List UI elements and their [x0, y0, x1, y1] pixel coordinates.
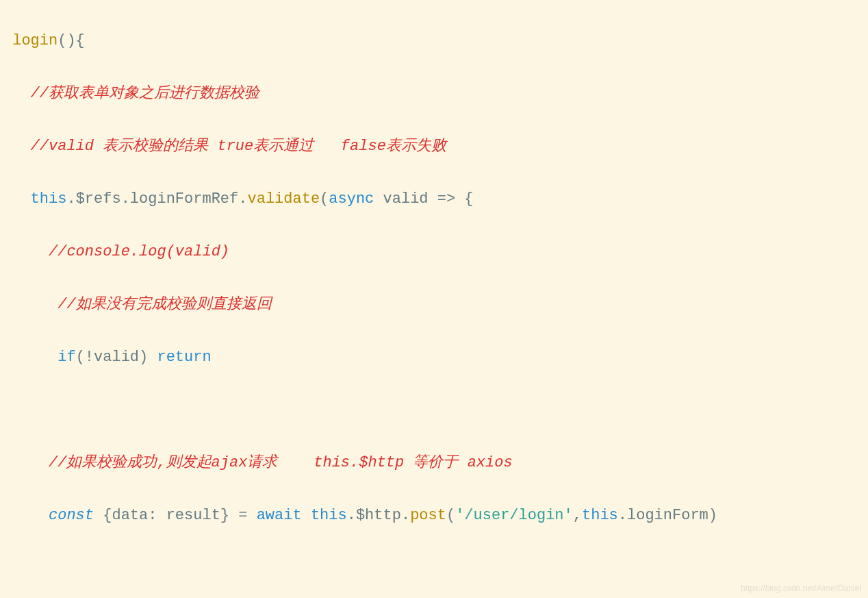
return-keyword: return — [157, 349, 211, 366]
code-line-8 — [3, 397, 868, 424]
const-keyword: const — [49, 507, 94, 524]
code-line-2: //获取表单对象之后进行数据校验 — [3, 81, 868, 108]
comment: //如果校验成功,则发起ajax请求 this.$http 等价于 axios — [49, 454, 513, 471]
string-literal: '/user/login' — [455, 507, 573, 524]
function-name: login — [12, 32, 58, 49]
code-line-1: login(){ — [3, 28, 868, 55]
watermark: https://blog.csdn.net/AimerDaniel — [741, 582, 861, 596]
code-line-9: //如果校验成功,则发起ajax请求 this.$http 等价于 axios — [3, 450, 868, 477]
comment: //console.log(valid) — [49, 243, 229, 260]
code-editor[interactable]: login(){ //获取表单对象之后进行数据校验 //valid 表示校验的结… — [0, 0, 868, 598]
post-method: post — [410, 507, 446, 524]
await-keyword: await — [257, 507, 302, 524]
this-keyword: this — [311, 507, 347, 524]
code-line-7: if(!valid) return — [3, 345, 868, 371]
code-line-11 — [3, 556, 868, 582]
async-keyword: async — [329, 190, 374, 208]
code-line-10: const {data: result} = await this.$http.… — [3, 503, 868, 530]
code-line-3: //valid 表示校验的结果 true表示通过 false表示失败 — [3, 134, 868, 160]
comment: //如果没有完成校验则直接返回 — [58, 296, 271, 313]
validate-method: validate — [247, 190, 320, 208]
comment: //valid 表示校验的结果 true表示通过 false表示失败 — [31, 138, 446, 155]
this-keyword: this — [582, 507, 618, 524]
paren: (){ — [58, 32, 85, 49]
this-keyword: this — [31, 190, 67, 208]
comment: //获取表单对象之后进行数据校验 — [31, 85, 259, 102]
code-line-5: //console.log(valid) — [3, 239, 868, 266]
if-keyword: if — [58, 349, 75, 366]
code-line-4: this.$refs.loginFormRef.validate(async v… — [3, 186, 868, 213]
code-line-6: //如果没有完成校验则直接返回 — [3, 292, 868, 319]
